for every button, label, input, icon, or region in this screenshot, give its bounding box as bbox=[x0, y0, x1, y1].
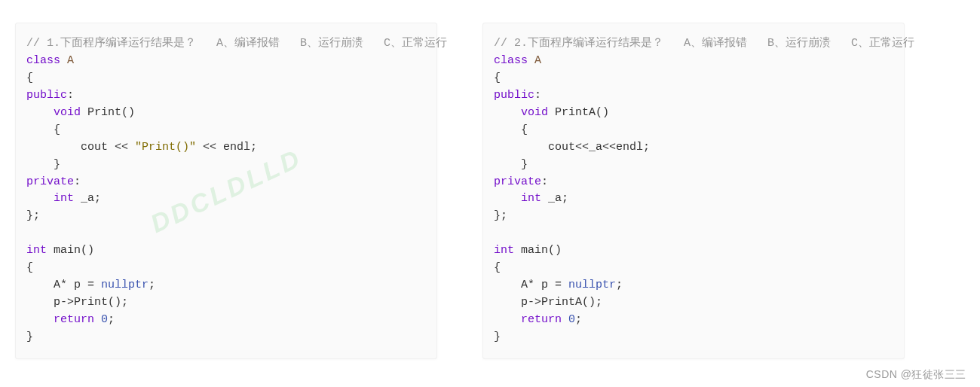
function-main: main bbox=[514, 244, 548, 257]
keyword-class: class bbox=[494, 54, 528, 67]
brace-close-inner: } bbox=[494, 158, 528, 171]
brace-close: } bbox=[26, 331, 33, 343]
number-zero: 0 bbox=[568, 313, 575, 326]
brace-open: { bbox=[494, 261, 501, 274]
member-name: _a; bbox=[74, 192, 101, 205]
function-main: main bbox=[47, 244, 81, 257]
code-line: cout << bbox=[26, 141, 135, 154]
keyword-void: void bbox=[521, 106, 548, 119]
paren: () bbox=[596, 106, 609, 119]
function-name: PrintA bbox=[548, 106, 596, 119]
space bbox=[94, 313, 101, 326]
semicolon: ; bbox=[575, 313, 582, 326]
class-close: }; bbox=[494, 209, 507, 222]
number-zero: 0 bbox=[101, 313, 108, 326]
keyword-void: void bbox=[54, 106, 81, 119]
paren: () bbox=[121, 106, 135, 119]
indent bbox=[494, 106, 521, 119]
brace-open: { bbox=[26, 261, 33, 274]
class-name: A bbox=[60, 54, 74, 67]
keyword-public: public bbox=[494, 89, 534, 102]
brace-open: { bbox=[26, 72, 33, 84]
snippets-row: DDCLDLLD // 1.下面程序编译运行结果是？ A、编译报错 B、运行崩溃… bbox=[0, 0, 980, 359]
function-name: Print bbox=[81, 106, 121, 119]
indent bbox=[494, 313, 521, 326]
keyword-nullptr: nullptr bbox=[568, 279, 616, 291]
code-block-2: // 2.下面程序编译运行结果是？ A、编译报错 B、运行崩溃 C、正常运行 c… bbox=[494, 35, 893, 346]
colon: : bbox=[74, 175, 81, 188]
keyword-class: class bbox=[26, 54, 60, 67]
code-block-1: // 1.下面程序编译运行结果是？ A、编译报错 B、运行崩溃 C、正常运行 c… bbox=[26, 35, 426, 346]
keyword-return: return bbox=[54, 313, 94, 326]
footer-attribution: CSDN @狂徒张三三 bbox=[866, 367, 966, 382]
code-line: A* p = bbox=[494, 279, 568, 291]
keyword-int: int bbox=[26, 244, 47, 257]
code-line: p->PrintA(); bbox=[494, 296, 602, 309]
brace-open: { bbox=[494, 72, 501, 84]
brace-open-inner: { bbox=[26, 123, 60, 136]
member-name: _a; bbox=[541, 192, 568, 205]
keyword-int: int bbox=[54, 192, 74, 205]
code-line: p->Print(); bbox=[26, 296, 128, 309]
comment-line: // 1.下面程序编译运行结果是？ A、编译报错 B、运行崩溃 C、正常运行 bbox=[26, 37, 447, 50]
colon: : bbox=[67, 89, 74, 102]
keyword-int: int bbox=[494, 244, 514, 257]
brace-close: } bbox=[494, 331, 501, 343]
semicolon: ; bbox=[108, 313, 115, 326]
keyword-int: int bbox=[521, 192, 541, 205]
indent bbox=[26, 106, 54, 119]
colon: : bbox=[534, 89, 541, 102]
paren: () bbox=[548, 244, 562, 257]
keyword-private: private bbox=[26, 175, 74, 188]
indent bbox=[26, 192, 54, 205]
colon: : bbox=[541, 175, 548, 188]
indent bbox=[26, 313, 54, 326]
paren: () bbox=[81, 244, 94, 257]
code-line: << endl; bbox=[196, 141, 257, 154]
space bbox=[562, 313, 568, 326]
keyword-private: private bbox=[494, 175, 541, 188]
semicolon: ; bbox=[616, 279, 623, 291]
code-snippet-2: // 2.下面程序编译运行结果是？ A、编译报错 B、运行崩溃 C、正常运行 c… bbox=[482, 23, 905, 359]
indent bbox=[494, 192, 521, 205]
code-snippet-1: DDCLDLLD // 1.下面程序编译运行结果是？ A、编译报错 B、运行崩溃… bbox=[15, 23, 437, 359]
semicolon: ; bbox=[149, 279, 155, 291]
brace-open-inner: { bbox=[494, 123, 528, 136]
comment-line: // 2.下面程序编译运行结果是？ A、编译报错 B、运行崩溃 C、正常运行 bbox=[494, 37, 914, 50]
class-close: }; bbox=[26, 209, 40, 222]
keyword-public: public bbox=[26, 89, 67, 102]
class-name: A bbox=[528, 54, 541, 67]
keyword-nullptr: nullptr bbox=[101, 279, 149, 291]
code-line: A* p = bbox=[26, 279, 101, 291]
string-literal: "Print()" bbox=[135, 141, 196, 154]
code-line: cout<<_a<<endl; bbox=[494, 141, 650, 154]
brace-close-inner: } bbox=[26, 158, 60, 171]
keyword-return: return bbox=[521, 313, 562, 326]
